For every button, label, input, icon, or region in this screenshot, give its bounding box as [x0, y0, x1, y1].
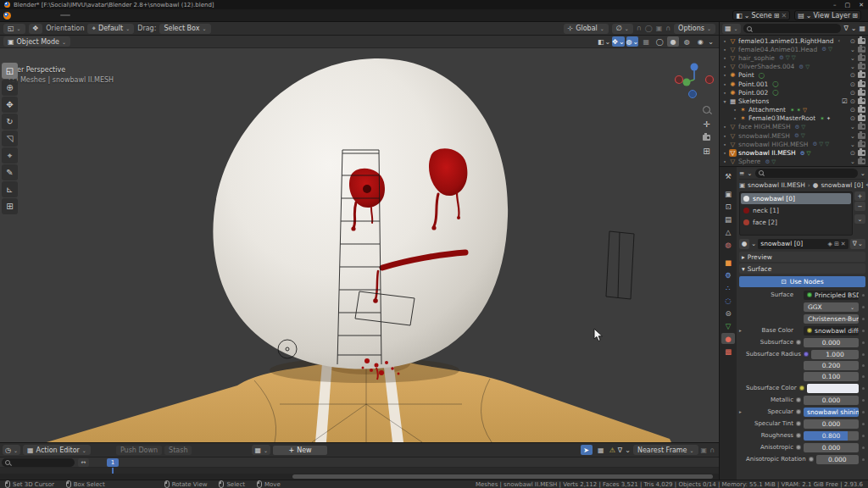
object-name[interactable]: snowbawl HIGH.MESH — [738, 141, 809, 148]
slot-specials-menu[interactable]: ⌄ — [854, 214, 865, 224]
workspace-tab[interactable] — [111, 14, 121, 16]
camera-view-icon[interactable] — [703, 135, 710, 141]
visibility-eye-icon[interactable]: ⌄ — [850, 158, 855, 165]
visibility-eye-icon[interactable]: ⊙ — [850, 71, 855, 79]
expander-icon[interactable]: • — [722, 158, 727, 164]
expand-arrow-icon[interactable]: ▸ — [739, 328, 743, 333]
render-camera-icon[interactable] — [858, 47, 865, 53]
property-field[interactable]: 0.000 ⌄ — [804, 419, 859, 429]
object-name[interactable]: face HIGH.MESH — [738, 123, 791, 130]
snap-target-dropdown[interactable]: ∅ ⌄ — [612, 24, 633, 34]
breadcrumb-object[interactable]: snowbawl II.MESH — [748, 181, 805, 189]
expander-icon[interactable]: • — [732, 107, 737, 113]
object-name[interactable]: snowbawl.MESH — [738, 132, 790, 140]
editor-type-dropdown[interactable]: ◷ ⌄ — [3, 445, 20, 455]
expander-icon[interactable]: ▾ — [722, 98, 727, 104]
property-field[interactable]: ⌄ — [807, 384, 859, 393]
minimize-button[interactable]: – — [833, 2, 837, 8]
properties-tab[interactable]: ▣ — [721, 188, 735, 199]
blender-menu-icon[interactable] — [3, 12, 11, 19]
workspace-tab[interactable] — [142, 14, 152, 16]
properties-tab[interactable]: ● — [721, 333, 735, 344]
render-camera-icon[interactable] — [858, 64, 865, 69]
properties-tab[interactable]: ⊝ — [721, 308, 735, 319]
animate-dot[interactable] — [861, 411, 865, 413]
outliner-search-input[interactable] — [743, 24, 842, 33]
filter-funnel-icon[interactable]: ∇ — [618, 446, 622, 454]
object-name[interactable]: OliverShades.004 — [738, 63, 794, 70]
properties-tab[interactable]: ▽ — [721, 320, 735, 331]
transform-orientation-dropdown[interactable]: ⊹ Global ⌄ — [564, 24, 609, 34]
viewport-canvas[interactable]: User Perspective (1) Meshes | snowbawl I… — [0, 48, 719, 442]
navigation-gizmo[interactable] — [675, 60, 714, 101]
render-camera-icon[interactable] — [858, 90, 865, 96]
expander-icon[interactable]: • — [722, 141, 727, 147]
workspace-tab[interactable] — [121, 14, 131, 16]
visibility-eye-icon[interactable]: ⊙ — [850, 106, 855, 114]
object-name[interactable]: snowbawl II.MESH — [738, 149, 796, 157]
property-field[interactable]: 0.000 ⌄ — [804, 396, 859, 405]
workspace-tab[interactable] — [101, 14, 111, 16]
action-browse-dropdown[interactable]: ▦ ⌄ — [252, 445, 270, 455]
push-down-button[interactable]: Push Down — [116, 446, 162, 455]
expander-icon[interactable]: • — [722, 150, 727, 156]
visibility-eye-icon[interactable]: ⊙ — [850, 89, 855, 97]
show-overlays-toggle[interactable]: ◍ ⌄ — [626, 36, 639, 47]
object-name[interactable]: Point.001 — [738, 80, 768, 88]
outliner-row[interactable]: • ▽ female04.Anime01.Head ⚙ ▽ ⌄ — [720, 45, 868, 53]
expander-icon[interactable]: • — [722, 133, 727, 139]
property-field[interactable]: 0.000 ⌄ — [816, 455, 859, 464]
expander-icon[interactable]: • — [722, 90, 727, 96]
properties-tab[interactable]: ▩ — [721, 346, 735, 357]
tool-button[interactable]: ↻ — [2, 114, 18, 130]
render-camera-icon[interactable] — [858, 124, 865, 130]
animate-dot[interactable] — [861, 294, 865, 297]
shading-dropdown[interactable]: ⌄ — [708, 38, 714, 46]
animate-dot[interactable] — [861, 375, 865, 378]
property-field[interactable]: Principled BSDF ⌄ — [804, 291, 859, 300]
object-name[interactable]: hair_sophie — [738, 54, 775, 62]
stash-button[interactable]: Stash — [164, 446, 192, 455]
render-camera-icon[interactable] — [858, 72, 865, 78]
visibility-eye-icon[interactable]: ⊙ — [850, 37, 855, 45]
render-camera-icon[interactable] — [858, 38, 865, 44]
tool-button[interactable]: ✥ — [2, 97, 18, 113]
orientation-dropdown[interactable]: ⌖ Default ⌄ — [87, 24, 134, 34]
workspace-tab[interactable] — [91, 14, 101, 16]
material-slot[interactable]: face [2] — [741, 217, 851, 228]
render-camera-icon[interactable] — [858, 141, 865, 147]
expander-icon[interactable]: • — [722, 81, 727, 87]
outliner-row[interactable]: • ✺ Point.001 ◯ ⊙ — [720, 80, 868, 88]
dope-mode-dropdown[interactable]: ▦ Action Editor ⌄ — [23, 445, 91, 455]
expander-icon[interactable]: • — [722, 124, 727, 130]
outliner-row[interactable]: • ✶ Female03MasterRoot ✶ ✦ ⊙ — [720, 114, 868, 123]
object-name[interactable]: female01.anime01.RightHand — [738, 37, 834, 45]
shading-material-button[interactable]: ◍ — [681, 36, 693, 47]
outliner-row[interactable]: • ▽ female01.anime01.RightHand ‹ ⊙ — [720, 36, 868, 45]
properties-tab[interactable]: ◍ — [721, 239, 735, 250]
animate-dot[interactable] — [861, 353, 865, 356]
workspace-tab[interactable] — [70, 14, 81, 16]
snap-box-icon[interactable]: ▣ — [701, 446, 708, 454]
object-name[interactable]: Point.002 — [738, 89, 768, 97]
animate-dot[interactable] — [861, 435, 865, 437]
new-view-layer-button[interactable]: ⊞ — [852, 12, 858, 19]
outliner-row[interactable]: • ✺ Point ◯ ⊙ — [720, 71, 868, 80]
expander-icon[interactable]: • — [722, 38, 727, 44]
fake-user-icon[interactable]: ◈ — [828, 241, 832, 247]
expander-icon[interactable]: • — [722, 55, 727, 61]
drag-mode-dropdown[interactable]: Select Box ⌄ — [159, 24, 210, 34]
maximize-button[interactable]: ▢ — [845, 2, 851, 8]
object-name[interactable]: Skeletons — [738, 97, 769, 105]
tool-button[interactable]: ⊾ — [2, 181, 18, 197]
property-field[interactable]: GGX ⌄ — [804, 302, 859, 312]
outliner-row[interactable]: • ▽ snowbawl II.MESH ⚙ ▽ ⊙ — [720, 148, 868, 157]
xray-toggle[interactable]: ▦ — [640, 36, 652, 47]
outliner-row[interactable]: ▾ ▦ Skeletons ☑ ⊙ — [720, 97, 868, 105]
render-camera-icon[interactable] — [858, 98, 865, 104]
property-field[interactable]: Christensen-Burley ⌄ — [804, 314, 859, 324]
new-action-button[interactable]: + New — [273, 446, 327, 455]
unlink-material-button[interactable]: ✕ — [841, 241, 846, 247]
property-field[interactable]: snowbawl shininess.png ⌄ — [804, 408, 859, 417]
dope-sheet-channels[interactable] — [0, 468, 719, 474]
